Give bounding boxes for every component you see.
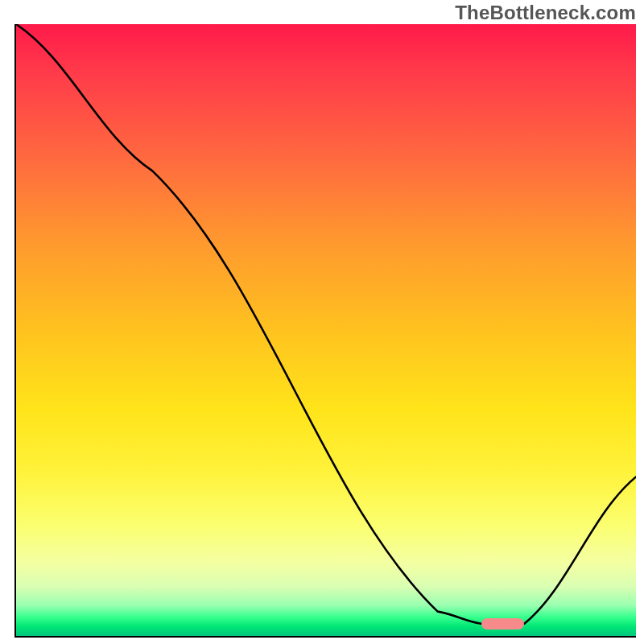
optimal-marker <box>481 618 525 630</box>
chart-container: TheBottleneck.com <box>0 0 644 644</box>
watermark-text: TheBottleneck.com <box>455 2 636 24</box>
background-gradient <box>16 24 636 636</box>
plot-area <box>14 24 636 638</box>
